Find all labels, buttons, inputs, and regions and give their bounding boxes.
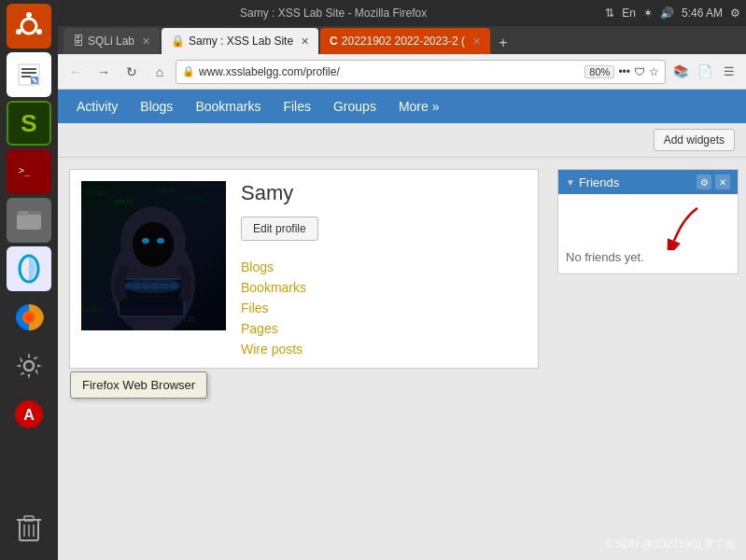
bookmark-icon[interactable]: ☆ [649, 65, 659, 78]
sqli-icon[interactable]: S [7, 101, 51, 146]
lock-icon: 🔒 [182, 65, 195, 77]
settings-icon[interactable] [7, 343, 51, 388]
friends-widget: ▼ Friends ⚙ ✕ [557, 169, 739, 274]
reload-button[interactable]: ↻ [120, 60, 144, 84]
svg-rect-14 [17, 215, 41, 230]
profile-link-pages[interactable]: Pages [241, 321, 527, 336]
svg-point-3 [16, 29, 21, 35]
sitenav-activity[interactable]: Activity [65, 91, 129, 121]
widget-actions: ⚙ ✕ [697, 175, 730, 189]
add-widgets-button[interactable]: Add widgets [654, 129, 735, 151]
zoom-badge[interactable]: 80% [584, 65, 614, 78]
wireshark-icon[interactable] [7, 246, 51, 291]
widget-toggle-icon[interactable]: ▼ [566, 177, 575, 188]
profile-section: 01101 10011 11010 01001 10101 00110 [58, 158, 550, 560]
svg-point-20 [24, 361, 34, 371]
tab-sqlilab[interactable]: 🗄 SQLi Lab ✕ [63, 28, 160, 54]
svg-rect-25 [24, 516, 34, 521]
svg-text:>_: >_ [19, 165, 31, 176]
arrow-annotation [566, 203, 730, 250]
firefox-icon[interactable] [7, 295, 51, 340]
svg-point-4 [36, 29, 42, 35]
site-navigation: Activity Blogs Bookmarks Files Groups Mo… [58, 90, 746, 123]
widget-settings-icon[interactable]: ⚙ [697, 175, 711, 189]
shield-icon: 🛡 [634, 65, 645, 78]
svg-text:11010: 11010 [156, 187, 176, 194]
appstore-icon[interactable]: A [7, 392, 51, 437]
tooltip-text: Firefox Web Browser [82, 378, 195, 392]
new-tab-button[interactable]: + [492, 32, 514, 54]
profile-link-files[interactable]: Files [241, 301, 527, 315]
tab-sqlilab-favicon: 🗄 [73, 35, 84, 48]
profile-links: Blogs Bookmarks Files Pages Wire posts [241, 259, 527, 357]
tab-sqlilab-label: SQLi Lab [88, 35, 134, 48]
svg-point-2 [26, 12, 32, 18]
navbar: ← → ↻ ⌂ 🔒 www.xsslabelgg.com/profile/ 80… [58, 54, 746, 90]
address-text: www.xsslabelgg.com/profile/ [199, 65, 581, 78]
tab-xsslab-favicon: 🔒 [171, 35, 185, 48]
widget-close-icon[interactable]: ✕ [715, 175, 730, 189]
more-dots[interactable]: ••• [618, 65, 630, 78]
svg-point-19 [25, 314, 33, 321]
sitenav-blogs[interactable]: Blogs [129, 91, 184, 121]
terminal-icon[interactable]: >_ [7, 149, 51, 194]
svg-rect-15 [19, 211, 28, 216]
volume-icon: 🔊 [660, 7, 674, 20]
menu-btn[interactable]: ☰ [718, 61, 740, 83]
no-friends-text: No friends yet. [566, 250, 644, 264]
title-text: Samy : XSS Lab Site - Mozilla Firefox [63, 7, 603, 20]
profile-name: Samy [241, 181, 527, 205]
profile-link-blogs[interactable]: Blogs [241, 259, 527, 274]
svg-point-50 [125, 278, 181, 293]
address-bar[interactable]: 🔒 www.xsslabelgg.com/profile/ 80% ••• 🛡 … [176, 60, 666, 84]
files-icon[interactable] [7, 198, 51, 243]
friends-widget-header: ▼ Friends ⚙ ✕ [558, 170, 738, 194]
firefox-tooltip: Firefox Web Browser [70, 371, 207, 399]
profile-avatar: 01101 10011 11010 01001 10101 00110 [81, 181, 226, 330]
trash-icon[interactable] [7, 506, 51, 551]
sitenav-more[interactable]: More » [387, 91, 451, 121]
avatar-image: 01101 10011 11010 01001 10101 00110 [81, 181, 226, 330]
sort-icon: ⇅ [605, 7, 614, 20]
tab-csdn-label: 20221902 2022-2023-2 ( [342, 35, 465, 48]
tabs-bar: 🗄 SQLi Lab ✕ 🔒 Samy : XSS Lab Site ✕ C 2… [58, 26, 746, 54]
nav-actions: 📚 📄 ☰ [669, 61, 740, 83]
watermark-text: CSDN @20231901黄丁磊 [607, 538, 737, 551]
forward-button[interactable]: → [91, 60, 116, 84]
profile-info: Samy Edit profile Blogs Bookmarks Files … [241, 181, 527, 357]
content-area: 01101 10011 11010 01001 10101 00110 [58, 158, 746, 560]
svg-text:10101: 10101 [81, 306, 101, 314]
bookmarks-btn[interactable]: 📚 [669, 61, 692, 83]
tab-xsslab-close[interactable]: ✕ [301, 35, 309, 48]
tab-sqlilab-close[interactable]: ✕ [142, 35, 150, 48]
friends-widget-title: Friends [579, 175, 619, 189]
sitenav-groups[interactable]: Groups [322, 91, 387, 121]
back-button[interactable]: ← [63, 60, 88, 84]
friends-widget-title-group: ▼ Friends [566, 175, 619, 189]
reading-view-btn[interactable]: 📄 [694, 61, 716, 83]
edit-profile-button[interactable]: Edit profile [241, 217, 318, 241]
ubuntu-icon[interactable] [7, 4, 51, 49]
svg-text:01101: 01101 [86, 189, 106, 197]
browser-window: Samy : XSS Lab Site - Mozilla Firefox ⇅ … [58, 0, 746, 560]
tab-csdn[interactable]: C 20221902 2022-2023-2 ( ✕ [320, 28, 490, 54]
tab-xsslab[interactable]: 🔒 Samy : XSS Lab Site ✕ [162, 28, 318, 54]
tab-xsslab-label: Samy : XSS Lab Site [189, 35, 293, 48]
svg-point-41 [157, 238, 164, 244]
sitenav-bookmarks[interactable]: Bookmarks [184, 91, 272, 121]
bluetooth-icon: ✶ [643, 7, 653, 20]
add-widgets-bar: Add widgets [58, 123, 746, 158]
edit-icon[interactable] [7, 52, 51, 97]
svg-text:01001: 01001 [184, 194, 204, 202]
home-button[interactable]: ⌂ [148, 60, 172, 84]
svg-point-40 [142, 238, 149, 244]
tab-csdn-close[interactable]: ✕ [472, 35, 481, 48]
svg-point-39 [133, 222, 174, 267]
sitenav-files[interactable]: Files [272, 91, 322, 121]
keyboard-layout[interactable]: En [622, 7, 636, 20]
profile-link-bookmarks[interactable]: Bookmarks [241, 280, 527, 295]
settings-gear-icon[interactable]: ⚙ [730, 7, 740, 20]
profile-link-wire[interactable]: Wire posts [241, 342, 527, 357]
sidebar: ▼ Friends ⚙ ✕ [550, 158, 746, 560]
watermark: CSDN @20231901黄丁磊 [607, 537, 737, 553]
